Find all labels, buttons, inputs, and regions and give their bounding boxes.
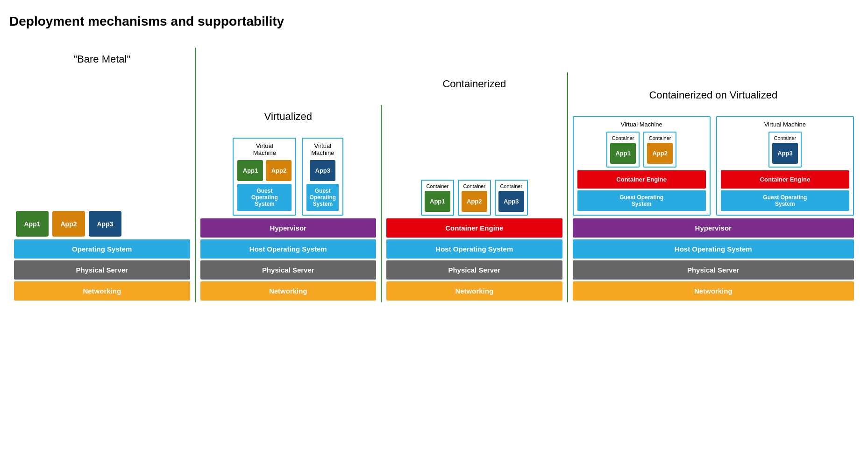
cov-vm1-guest-os: Guest OperatingSystem xyxy=(577,190,706,211)
cov-container-box-2: Container App2 xyxy=(643,132,676,168)
cov-vm2-title: Virtual Machine xyxy=(764,121,806,128)
cov-container-box-3: Container App3 xyxy=(768,132,802,168)
container-label-3: Container xyxy=(500,183,522,189)
layer-hos-containerized: Host Operating System xyxy=(386,239,562,259)
layer-physical-containerized: Physical Server xyxy=(386,260,562,280)
vm1-title: VirtualMachine xyxy=(253,142,276,156)
layer-hypervisor-virtualized: Hypervisor xyxy=(200,218,377,238)
cov-container-label-2: Container xyxy=(649,135,671,141)
vm2-apps: App3 xyxy=(310,160,335,181)
column-cov: Containerized on Virtualized Virtual Mac… xyxy=(568,84,859,302)
cov-container-app3: App3 xyxy=(772,143,798,164)
app1-bare-metal: App1 xyxy=(16,211,49,237)
container-app2: App2 xyxy=(462,191,487,212)
container-box-3: Container App3 xyxy=(495,180,528,216)
cov-vm2-container-engine: Container Engine xyxy=(721,170,849,189)
vm2-guest-os: GuestOperatingSystem xyxy=(306,184,339,211)
layer-os-bare-metal: Operating System xyxy=(14,239,190,259)
bare-metal-apps-row: App1 App2 App3 xyxy=(14,211,190,237)
layer-physical-cov: Physical Server xyxy=(573,260,854,280)
column-title-bare-metal: "Bare Metal" xyxy=(14,48,190,71)
layer-physical-bare-metal: Physical Server xyxy=(14,260,190,280)
cov-vm1-title: Virtual Machine xyxy=(620,121,662,128)
cov-vm1-containers: Container App1 Container App2 xyxy=(606,132,676,168)
container-box-2: Container App2 xyxy=(458,180,491,216)
column-containerized: Containerized Container App1 Container A… xyxy=(382,72,568,302)
cov-vm-area: Virtual Machine Container App1 Container… xyxy=(573,116,854,216)
layer-physical-virtualized: Physical Server xyxy=(200,260,377,280)
cov-container-box-1: Container App1 xyxy=(606,132,640,168)
containers-row-containerized: Container App1 Container App2 Container … xyxy=(386,180,562,216)
vm1-app2: App2 xyxy=(266,160,292,181)
app3-bare-metal: App3 xyxy=(89,211,121,237)
container-label-2: Container xyxy=(463,183,485,189)
layer-hos-virtualized: Host Operating System xyxy=(200,239,377,259)
vm1-app1: App1 xyxy=(237,160,263,181)
cov-container-label-1: Container xyxy=(612,135,634,141)
cov-vm-box-1: Virtual Machine Container App1 Container… xyxy=(573,116,711,216)
vm2-app3: App3 xyxy=(310,160,335,181)
cov-container-label-3: Container xyxy=(774,135,797,141)
container-app1: App1 xyxy=(425,191,450,212)
vm1-apps: App1 App2 xyxy=(237,160,292,181)
layer-hypervisor-cov: Hypervisor xyxy=(573,218,854,238)
page-title: Deployment mechanisms and supportability xyxy=(9,14,859,29)
layer-networking-cov: Networking xyxy=(573,281,854,301)
container-box-1: Container App1 xyxy=(421,180,454,216)
column-title-cov: Containerized on Virtualized xyxy=(573,84,854,107)
layer-networking-containerized: Networking xyxy=(386,281,562,301)
layer-networking-virtualized: Networking xyxy=(200,281,377,301)
app2-bare-metal: App2 xyxy=(52,211,85,237)
container-app3: App3 xyxy=(498,191,524,212)
vm-box-1-virtualized: VirtualMachine App1 App2 GuestOperatingS… xyxy=(233,138,296,216)
cov-container-app1: App1 xyxy=(610,143,636,164)
cov-vm1-container-engine: Container Engine xyxy=(577,170,706,189)
layer-networking-bare-metal: Networking xyxy=(14,281,190,301)
layer-hos-cov: Host Operating System xyxy=(573,239,854,259)
cov-vm-box-2: Virtual Machine Container App3 Container… xyxy=(716,116,854,216)
vm1-guest-os: GuestOperatingSystem xyxy=(237,184,292,211)
column-title-virtualized: Virtualized xyxy=(200,105,377,128)
vm-area-virtualized: VirtualMachine App1 App2 GuestOperatingS… xyxy=(200,138,377,216)
cov-vm2-containers: Container App3 xyxy=(768,132,802,168)
column-bare-metal: "Bare Metal" App1 App2 App3 Operating Sy… xyxy=(9,48,196,302)
container-label-1: Container xyxy=(426,183,448,189)
cov-container-app2: App2 xyxy=(647,143,673,164)
column-virtualized: Virtualized VirtualMachine App1 App2 Gue… xyxy=(196,105,382,302)
diagram: "Bare Metal" App1 App2 App3 Operating Sy… xyxy=(9,48,859,302)
vm-box-2-virtualized: VirtualMachine App3 GuestOperatingSystem xyxy=(302,138,343,216)
column-title-containerized: Containerized xyxy=(386,72,562,96)
layer-container-engine-containerized: Container Engine xyxy=(386,218,562,238)
cov-vm2-guest-os: Guest OperatingSystem xyxy=(721,190,849,211)
vm2-title: VirtualMachine xyxy=(311,142,334,156)
